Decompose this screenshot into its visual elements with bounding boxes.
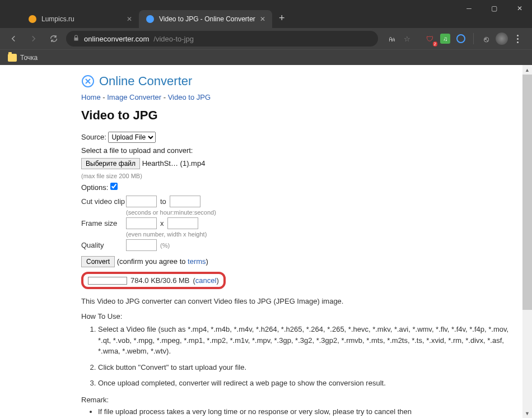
- page-title: Video to JPG: [81, 108, 515, 123]
- new-tab-button[interactable]: +: [272, 12, 292, 24]
- close-window-button[interactable]: ✕: [507, 0, 532, 17]
- star-icon[interactable]: ☆: [400, 32, 414, 45]
- frame-label: Frame size: [81, 217, 126, 230]
- reload-button[interactable]: [46, 31, 62, 47]
- frame-height-input[interactable]: [167, 217, 198, 229]
- frame-hint: (even number, width x height): [126, 231, 207, 238]
- url-path: //video-to-jpgvideo-to-jpg: [153, 35, 194, 43]
- media-control-icon[interactable]: ⎋: [479, 32, 493, 45]
- select-file-label: Select a file to upload and convert:: [81, 146, 515, 155]
- tab-onlineconverter[interactable]: Video to JPG - Online Converter ✕: [139, 10, 272, 28]
- options-label: Options:: [81, 183, 108, 192]
- maximize-button[interactable]: ▢: [482, 0, 507, 17]
- back-button[interactable]: [6, 31, 21, 47]
- upload-progress-highlight: 784.0 KB/30.6 MB (cancel): [81, 272, 226, 289]
- crumb-home[interactable]: Home: [81, 93, 101, 101]
- lock-icon: [73, 35, 80, 43]
- list-item: Click button "Convert" to start upload y…: [98, 362, 515, 373]
- close-icon[interactable]: ✕: [260, 15, 265, 23]
- cancel-link[interactable]: cancel: [195, 276, 217, 285]
- tab-title: Lumpics.ru: [41, 15, 122, 23]
- convert-button[interactable]: Convert: [81, 256, 115, 267]
- chosen-filename: HearthSt… (1).mp4: [142, 159, 206, 168]
- minimize-button[interactable]: ─: [456, 0, 482, 17]
- scroll-up-icon[interactable]: ▲: [522, 65, 532, 75]
- oc-favicon: [146, 15, 155, 24]
- extension-shield-icon[interactable]: 🛡2: [423, 32, 436, 45]
- brand[interactable]: Online Converter: [81, 74, 515, 89]
- terms-link[interactable]: terms: [188, 257, 206, 266]
- scrollbar[interactable]: ▲ ▼: [522, 65, 532, 418]
- tab-title: Video to JPG - Online Converter: [159, 15, 255, 23]
- breadcrumb: Home - Image Converter - Video to JPG: [81, 93, 515, 101]
- frame-width-input[interactable]: [126, 217, 157, 229]
- forward-button[interactable]: [26, 31, 41, 47]
- crumb-image[interactable]: Image Converter: [107, 93, 161, 101]
- source-select[interactable]: Upload File: [108, 132, 156, 143]
- extension-circle-icon[interactable]: [454, 32, 468, 45]
- tab-strip: Lumpics.ru ✕ Video to JPG - Online Conve…: [0, 8, 532, 28]
- brand-name: Online Converter: [99, 74, 192, 89]
- toolbar: onlineconverter.com//video-to-jpgvideo-t…: [0, 28, 532, 49]
- translate-icon[interactable]: 🗛: [385, 32, 398, 45]
- progress-bar: [88, 277, 127, 285]
- options-checkbox[interactable]: [110, 183, 118, 190]
- choose-file-button[interactable]: Выберите файл: [81, 158, 140, 169]
- howto-list: Select a Video file (such as *.mp4, *.m4…: [98, 324, 515, 389]
- quality-input[interactable]: [126, 239, 157, 251]
- progress-text: 784.0 KB/30.6 MB: [130, 276, 190, 285]
- description: This Video to JPG converter can convert …: [81, 297, 515, 305]
- list-item: If file upload process takes a very long…: [98, 407, 515, 416]
- profile-avatar[interactable]: [495, 32, 508, 45]
- badge: 2: [433, 41, 437, 47]
- howto-title: How To Use:: [81, 312, 515, 321]
- cut-to-input[interactable]: [170, 196, 200, 207]
- url-host: onlineconverter.com: [84, 35, 149, 43]
- scroll-down-icon[interactable]: ▼: [522, 408, 532, 418]
- extension-music-icon[interactable]: ♫: [438, 32, 452, 45]
- max-size-hint: (max file size 200 MB): [81, 173, 515, 179]
- cut-label: Cut video clip: [81, 195, 126, 208]
- brand-icon: [81, 75, 95, 88]
- scroll-thumb[interactable]: [522, 75, 532, 310]
- cut-hint: (seconds or hour:minute:second): [126, 209, 216, 216]
- bookmarks-bar: Точка: [0, 49, 532, 65]
- address-bar[interactable]: onlineconverter.com//video-to-jpgvideo-t…: [66, 31, 378, 47]
- quality-hint: (%): [157, 242, 170, 249]
- folder-icon: [8, 54, 17, 62]
- lumpics-favicon: [28, 15, 37, 24]
- menu-button[interactable]: [511, 32, 524, 45]
- cut-from-input[interactable]: [126, 196, 157, 207]
- page-content: Online Converter Home - Image Converter …: [64, 65, 532, 418]
- bookmark-folder[interactable]: Точка: [20, 54, 38, 62]
- list-item: Select a Video file (such as *.mp4, *.m4…: [98, 324, 515, 357]
- remark-title: Remark:: [81, 396, 515, 404]
- agree-text: (confirm you agree to terms): [117, 257, 208, 266]
- quality-label: Quality: [81, 239, 126, 252]
- tab-lumpics[interactable]: Lumpics.ru ✕: [21, 10, 139, 28]
- crumb-leaf[interactable]: Video to JPG: [168, 93, 211, 101]
- source-label: Source:: [81, 133, 106, 141]
- list-item: Once upload completed, converter will re…: [98, 378, 515, 389]
- close-icon[interactable]: ✕: [127, 15, 132, 23]
